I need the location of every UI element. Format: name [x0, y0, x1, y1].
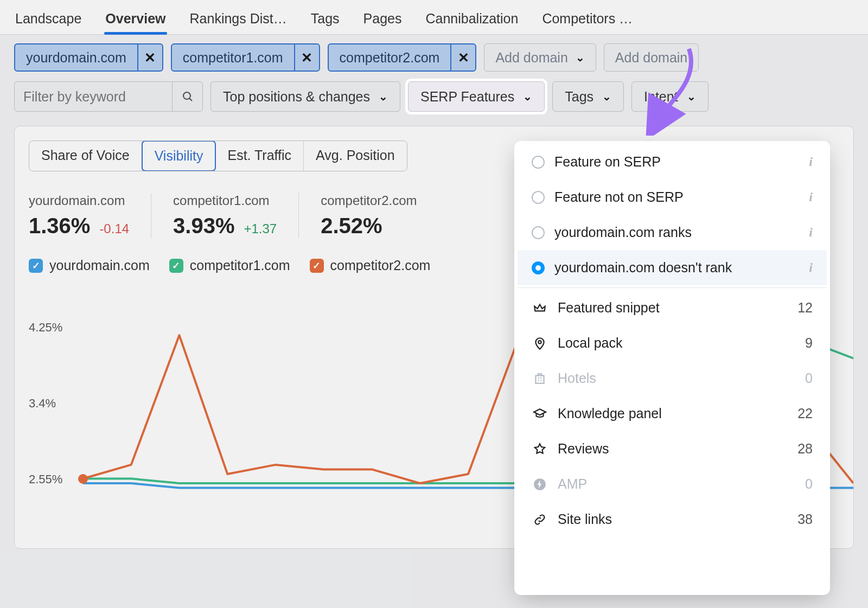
feature-count: 12: [797, 300, 813, 316]
star-icon: [532, 442, 548, 456]
feature-label: AMP: [558, 476, 795, 492]
search-button[interactable]: [172, 82, 202, 111]
feature-site-links[interactable]: Site links 38: [518, 502, 827, 537]
metric-domain: competitor1.com: [173, 193, 277, 208]
serp-radio-feature-on[interactable]: Feature on SERP i: [518, 144, 827, 180]
seg-est-traffic[interactable]: Est. Traffic: [215, 141, 304, 171]
radio-icon: [532, 226, 545, 239]
metric-segmented: Share of Voice Visibility Est. Traffic A…: [29, 140, 407, 171]
crown-icon: [532, 301, 548, 315]
filter-row: Top positions & changes ⌄ SERP Features …: [0, 72, 868, 112]
serp-features-panel: Feature on SERP i Feature not on SERP i …: [518, 144, 827, 592]
feature-count: 9: [805, 335, 813, 351]
dropdown-label: Intent: [644, 89, 678, 105]
legend-label: yourdomain.com: [49, 258, 150, 273]
seg-visibility[interactable]: Visibility: [142, 140, 216, 171]
tab-rankings[interactable]: Rankings Dist…: [189, 5, 288, 34]
serp-radio-feature-not-on[interactable]: Feature not on SERP i: [518, 180, 827, 215]
serp-radio-ranks[interactable]: yourdomain.com ranks i: [518, 215, 827, 250]
add-domain-label: Add domain: [615, 50, 687, 66]
feature-label: Local pack: [558, 335, 795, 351]
search-icon: [181, 90, 194, 103]
serp-features-dropdown[interactable]: SERP Features ⌄: [408, 81, 545, 112]
intent-dropdown[interactable]: Intent ⌄: [631, 81, 709, 112]
dropdown-label: SERP Features: [420, 89, 514, 105]
radio-label: yourdomain.com ranks: [554, 225, 799, 240]
tab-overview[interactable]: Overview: [104, 5, 167, 34]
feature-amp[interactable]: AMP 0: [518, 466, 827, 502]
keyword-filter: [14, 81, 203, 112]
info-icon[interactable]: i: [809, 260, 813, 275]
tab-cannibalization[interactable]: Cannibalization: [424, 5, 519, 34]
metric-value: 3.93%: [173, 214, 234, 238]
info-icon[interactable]: i: [809, 155, 813, 169]
tab-competitors[interactable]: Competitors …: [541, 5, 634, 34]
dropdown-label: Tags: [565, 89, 593, 105]
radio-label: Feature not on SERP: [554, 189, 799, 205]
metric-block: competitor2.com 2.52%: [299, 193, 438, 238]
radio-icon: [532, 261, 545, 274]
domain-row: yourdomain.com ✕ competitor1.com ✕ compe…: [0, 35, 868, 72]
remove-domain-button[interactable]: ✕: [450, 44, 475, 71]
y-tick: 4.25%: [29, 321, 62, 334]
y-tick: 2.55%: [29, 472, 62, 486]
svg-point-2: [538, 341, 541, 343]
domain-chip: competitor1.com ✕: [171, 43, 320, 72]
add-domain-dropdown[interactable]: Add domain ⌄: [484, 43, 596, 72]
info-icon[interactable]: i: [809, 190, 813, 204]
data-point-icon: [78, 474, 88, 484]
domain-chip-label: competitor2.com: [329, 50, 451, 66]
domain-chip-label: yourdomain.com: [15, 50, 137, 66]
remove-domain-button[interactable]: ✕: [137, 44, 162, 71]
chevron-down-icon: ⌄: [602, 90, 611, 103]
metric-value: 2.52%: [321, 214, 382, 238]
pin-icon: [532, 336, 548, 350]
info-icon[interactable]: i: [809, 225, 813, 240]
feature-count: 0: [805, 476, 813, 492]
feature-label: Hotels: [558, 370, 795, 386]
dropdown-label: Top positions & changes: [223, 89, 370, 105]
chevron-down-icon: ⌄: [687, 90, 696, 103]
seg-share-of-voice[interactable]: Share of Voice: [29, 141, 142, 171]
feature-label: Reviews: [558, 441, 788, 457]
tab-landscape[interactable]: Landscape: [14, 5, 82, 34]
chevron-down-icon: ⌄: [379, 90, 388, 103]
building-icon: [532, 372, 548, 386]
feature-count: 38: [797, 511, 813, 527]
legend-item[interactable]: ✓ competitor1.com: [169, 258, 290, 273]
add-domain-dropdown[interactable]: Add domain: [604, 43, 699, 72]
feature-label: Featured snippet: [558, 300, 788, 316]
feature-local-pack[interactable]: Local pack 9: [518, 325, 827, 361]
radio-icon: [532, 191, 545, 204]
tags-dropdown[interactable]: Tags ⌄: [552, 81, 624, 112]
feature-label: Site links: [558, 511, 788, 527]
feature-hotels[interactable]: Hotels 0: [518, 361, 827, 396]
feature-knowledge-panel[interactable]: Knowledge panel 22: [518, 396, 827, 431]
seg-avg-position[interactable]: Avg. Position: [304, 141, 406, 171]
radio-label: yourdomain.com doesn't rank: [554, 260, 799, 276]
keyword-filter-input[interactable]: [15, 89, 172, 105]
feature-reviews[interactable]: Reviews 28: [518, 431, 827, 466]
domain-chip: competitor2.com ✕: [328, 43, 477, 72]
main-tabs: Landscape Overview Rankings Dist… Tags P…: [0, 0, 868, 35]
tab-tags[interactable]: Tags: [310, 5, 341, 34]
positions-dropdown[interactable]: Top positions & changes ⌄: [210, 81, 400, 112]
graduation-icon: [532, 407, 548, 421]
feature-count: 22: [797, 406, 813, 421]
legend-item[interactable]: ✓ yourdomain.com: [29, 258, 150, 273]
legend-label: competitor1.com: [190, 258, 290, 273]
add-domain-label: Add domain: [495, 50, 567, 66]
remove-domain-button[interactable]: ✕: [294, 44, 319, 71]
metric-block: yourdomain.com 1.36% -0.14: [29, 193, 151, 238]
chevron-down-icon: ⌄: [523, 90, 532, 103]
chevron-down-icon: ⌄: [576, 51, 585, 64]
tab-pages[interactable]: Pages: [362, 5, 403, 34]
y-tick: 3.4%: [29, 396, 56, 410]
metric-delta: +1.37: [244, 221, 277, 236]
feature-featured-snippet[interactable]: Featured snippet 12: [518, 290, 827, 325]
svg-rect-3: [535, 375, 544, 383]
bolt-icon: [532, 477, 548, 491]
serp-radio-doesnt-rank[interactable]: yourdomain.com doesn't rank i: [518, 250, 827, 285]
legend-item[interactable]: ✓ competitor2.com: [310, 258, 431, 273]
domain-chip: yourdomain.com ✕: [14, 43, 163, 72]
